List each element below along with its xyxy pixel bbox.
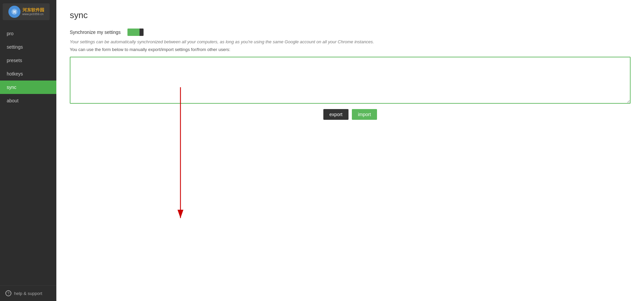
logo-text: 河东软件园 www.pc0359.cn bbox=[22, 7, 44, 16]
sidebar-item-about-label: about bbox=[7, 98, 18, 103]
sidebar-item-settings[interactable]: settings bbox=[0, 40, 56, 54]
buttons-row: export import bbox=[70, 109, 631, 120]
svg-text:河: 河 bbox=[13, 10, 16, 14]
toggle-thumb bbox=[140, 29, 144, 36]
import-button[interactable]: import bbox=[352, 109, 377, 120]
sync-toggle-switch[interactable] bbox=[127, 29, 144, 36]
sync-toggle-row: Synchronize my settings bbox=[70, 29, 631, 36]
sidebar-nav: pro settings presets hotkeys sync about bbox=[0, 23, 56, 285]
sidebar-item-presets[interactable]: presets bbox=[0, 54, 56, 67]
help-support-button[interactable]: ? help & support bbox=[0, 285, 56, 301]
sync-form-description: You can use the form below to manually e… bbox=[70, 47, 631, 52]
logo-circle-icon: 河 bbox=[8, 6, 20, 18]
sidebar-pro-label: pro bbox=[7, 31, 13, 36]
sync-toggle-container bbox=[127, 29, 144, 36]
main-content: sync Synchronize my settings Your settin… bbox=[56, 0, 644, 301]
logo-image: 河 河东软件园 www.pc0359.cn bbox=[3, 3, 50, 20]
help-icon: ? bbox=[5, 290, 11, 296]
sidebar-item-presets-label: presets bbox=[7, 58, 22, 63]
sync-toggle-label: Synchronize my settings bbox=[70, 30, 121, 35]
sidebar-item-pro[interactable]: pro bbox=[0, 27, 56, 40]
sidebar-item-sync-label: sync bbox=[7, 85, 16, 90]
sidebar-item-sync[interactable]: sync bbox=[0, 81, 56, 94]
sidebar-logo: 河 河东软件园 www.pc0359.cn bbox=[0, 0, 56, 23]
sidebar-item-hotkeys[interactable]: hotkeys bbox=[0, 67, 56, 81]
sync-description: Your settings can be automatically synch… bbox=[70, 39, 631, 44]
settings-textarea[interactable] bbox=[70, 57, 631, 104]
sidebar-item-settings-label: settings bbox=[7, 44, 23, 50]
logo-main-text: 河东软件园 bbox=[22, 7, 44, 13]
sidebar-item-about[interactable]: about bbox=[0, 94, 56, 107]
arrow-annotation bbox=[144, 87, 217, 228]
help-support-label: help & support bbox=[14, 291, 42, 296]
page-title: sync bbox=[70, 10, 631, 20]
sidebar: 河 河东软件园 www.pc0359.cn pro settings prese… bbox=[0, 0, 56, 301]
export-button[interactable]: export bbox=[323, 109, 348, 120]
sidebar-item-hotkeys-label: hotkeys bbox=[7, 71, 23, 77]
toggle-on-part bbox=[127, 29, 140, 36]
logo-sub-text: www.pc0359.cn bbox=[22, 12, 44, 16]
